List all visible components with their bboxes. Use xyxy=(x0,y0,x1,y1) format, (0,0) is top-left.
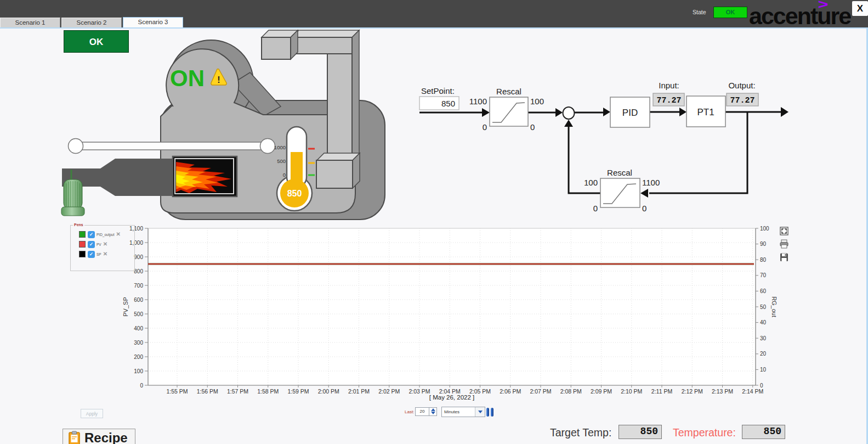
time-unit-dropdown[interactable]: Minutes xyxy=(441,407,485,417)
pen-checkbox[interactable]: ✓ xyxy=(88,241,95,248)
svg-text:77.27: 77.27 xyxy=(656,96,681,105)
svg-text:1:58 PM: 1:58 PM xyxy=(257,388,279,395)
svg-text:0: 0 xyxy=(593,204,598,213)
svg-text:2:13 PM: 2:13 PM xyxy=(712,388,733,395)
setpoint-value: 850 xyxy=(441,99,455,108)
scada-app: Scenario 1 Scenario 2 Scenario 3 State O… xyxy=(0,0,868,444)
svg-text:2:08 PM: 2:08 PM xyxy=(560,388,582,395)
spin-down-icon[interactable] xyxy=(431,412,435,414)
output-label: Output: xyxy=(728,81,755,90)
pen-label: SP xyxy=(97,252,101,256)
rescal2-block: Rescal 100 1100 0 0 xyxy=(584,168,660,213)
top-bar: Scenario 1 Scenario 2 Scenario 3 State O… xyxy=(0,0,868,27)
apply-button[interactable]: Apply xyxy=(81,409,103,418)
svg-text:1100: 1100 xyxy=(469,97,487,106)
temperature-value: 850 xyxy=(742,425,785,439)
svg-text:PID: PID xyxy=(622,108,638,118)
close-button[interactable]: X xyxy=(852,1,868,16)
pen-remove-icon[interactable]: ✕ xyxy=(103,241,107,247)
svg-text:0: 0 xyxy=(760,383,763,389)
svg-text:1000: 1000 xyxy=(274,144,286,150)
pen-checkbox[interactable]: ✓ xyxy=(88,231,95,238)
svg-text:40: 40 xyxy=(760,319,767,325)
last-value: 20 xyxy=(416,408,429,415)
pen-label: PID_output xyxy=(97,233,115,237)
clipboard-icon xyxy=(69,431,80,444)
pause-button[interactable] xyxy=(486,408,493,417)
svg-text:2:06 PM: 2:06 PM xyxy=(500,388,521,395)
trend-chart: 01002003004005006007008009001,0001,10001… xyxy=(118,222,792,406)
temperature-label: Temperature: xyxy=(673,426,736,439)
svg-text:2:00 PM: 2:00 PM xyxy=(318,388,339,395)
recipe-button[interactable]: Recipe xyxy=(63,429,135,444)
pt1-block: PT1 xyxy=(687,96,725,127)
pen-remove-icon[interactable]: ✕ xyxy=(103,251,107,257)
svg-text:2:09 PM: 2:09 PM xyxy=(591,388,612,395)
svg-text:[ May 26, 2022 ]: [ May 26, 2022 ] xyxy=(429,394,474,401)
target-temp-label: Target Temp: xyxy=(550,426,611,439)
svg-text:Rescal: Rescal xyxy=(496,87,521,96)
svg-text:1100: 1100 xyxy=(642,178,660,187)
svg-text:20: 20 xyxy=(760,351,767,357)
accenture-caret-icon: > xyxy=(818,0,829,12)
print-icon[interactable] xyxy=(779,239,789,249)
save-icon[interactable] xyxy=(779,252,789,262)
svg-text:!: ! xyxy=(217,75,220,85)
svg-text:10: 10 xyxy=(760,367,767,373)
svg-text:0: 0 xyxy=(642,204,646,213)
chart-toolbar xyxy=(779,226,789,262)
control-loop-diagram: SetPoint: 850 Rescal 1100 100 0 0 PID In… xyxy=(406,77,795,220)
time-unit-value: Minutes xyxy=(442,407,475,417)
svg-text:300: 300 xyxy=(134,340,143,346)
svg-text:RG_out: RG_out xyxy=(771,296,778,317)
svg-text:60: 60 xyxy=(760,288,767,294)
svg-text:500: 500 xyxy=(134,311,143,317)
svg-text:2:11 PM: 2:11 PM xyxy=(651,388,672,395)
furnace-on-status: ON xyxy=(170,65,205,91)
svg-text:2:12 PM: 2:12 PM xyxy=(682,388,703,395)
pen-remove-icon[interactable]: ✕ xyxy=(116,232,121,237)
last-label: Last: xyxy=(405,409,414,414)
svg-text:100: 100 xyxy=(530,97,544,106)
thermometer-value: 850 xyxy=(287,189,302,198)
svg-text:0: 0 xyxy=(140,383,143,389)
pause-bar xyxy=(486,408,489,417)
svg-text:500: 500 xyxy=(277,158,286,164)
svg-text:2:03 PM: 2:03 PM xyxy=(409,388,430,395)
pens-legend: Pens ✓ PID_output ✕ ✓ PV ✕ ✓ SP ✕ xyxy=(70,225,135,271)
input-value-box: 77.27 xyxy=(653,93,684,106)
svg-text:400: 400 xyxy=(134,325,143,331)
svg-text:200: 200 xyxy=(134,354,143,360)
pen-color-swatch xyxy=(79,251,86,257)
rescal1-block: Rescal 1100 100 0 0 xyxy=(469,87,544,132)
spin-up-icon[interactable] xyxy=(431,408,435,411)
last-value-spinner[interactable]: 20 xyxy=(415,407,437,416)
tab-scenario-1[interactable]: Scenario 1 xyxy=(0,18,60,27)
sum-junction xyxy=(563,107,575,119)
svg-text:100: 100 xyxy=(760,226,769,232)
accenture-logo: accenture xyxy=(749,5,850,27)
svg-text:100: 100 xyxy=(134,368,143,374)
pen-color-swatch xyxy=(79,241,86,248)
svg-text:2:02 PM: 2:02 PM xyxy=(378,388,400,395)
fullscreen-icon[interactable] xyxy=(779,226,789,236)
pause-bar xyxy=(491,408,493,417)
svg-text:0: 0 xyxy=(530,122,535,132)
svg-text:1:59 PM: 1:59 PM xyxy=(287,388,309,395)
svg-text:77.27: 77.27 xyxy=(730,96,754,105)
input-label: Input: xyxy=(659,81,679,90)
setpoint-label: SetPoint: xyxy=(421,86,455,95)
spinner-buttons[interactable] xyxy=(429,408,436,415)
furnace-graphic: ON ! xyxy=(55,25,395,225)
chimney-base-box xyxy=(316,153,360,188)
svg-text:600: 600 xyxy=(134,297,143,303)
svg-text:0: 0 xyxy=(483,122,487,132)
svg-text:0: 0 xyxy=(283,172,286,178)
pid-block: PID xyxy=(610,97,650,127)
pen-row-pv: ✓ PV ✕ xyxy=(79,240,128,249)
svg-text:900: 900 xyxy=(134,254,143,260)
svg-text:2:10 PM: 2:10 PM xyxy=(621,388,642,395)
pen-checkbox[interactable]: ✓ xyxy=(88,251,95,258)
svg-text:30: 30 xyxy=(760,335,767,341)
dropdown-button[interactable] xyxy=(475,407,485,417)
